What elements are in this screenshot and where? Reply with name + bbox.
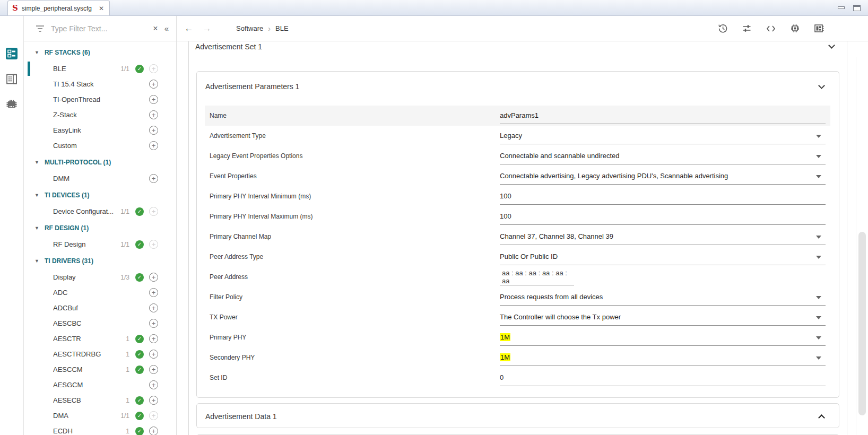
tree-item-ble[interactable]: BLE1/1✓ [24, 61, 176, 76]
tree-item-label: EasyLink [53, 126, 132, 134]
minimize-icon[interactable] [838, 6, 845, 9]
add-instance-icon[interactable] [149, 396, 158, 405]
field-select-primary-phy[interactable]: 1M [500, 329, 826, 346]
tree-item-adcbuf[interactable]: ADCBuf [24, 300, 176, 316]
field-select-primary-channel-map[interactable]: Channel 37, Channel 38, Channel 39 [500, 228, 826, 245]
field-select-filter-policy[interactable]: Process requests from all devices [500, 289, 826, 306]
code-icon[interactable] [766, 24, 776, 33]
back-icon[interactable]: ← [180, 23, 198, 34]
add-instance-icon[interactable] [149, 273, 158, 282]
add-instance-icon[interactable] [149, 174, 158, 183]
board-view-icon[interactable] [5, 72, 19, 86]
add-instance-icon[interactable] [149, 365, 158, 374]
developer-board-icon[interactable] [814, 23, 824, 33]
field-select-event-properties[interactable]: Connectable advertising, Legacy advertis… [500, 168, 826, 185]
tree-item-aesccm[interactable]: AESCCM1✓ [24, 362, 176, 377]
add-instance-icon[interactable] [149, 411, 158, 420]
history-icon[interactable] [718, 23, 728, 33]
collapse-parameters-icon[interactable] [818, 82, 825, 89]
tree-item-display[interactable]: Display1/3✓ [24, 269, 176, 285]
tab-close-icon[interactable]: ✕ [99, 5, 104, 12]
tree-item-label: TI 15.4 Stack [53, 80, 132, 88]
breadcrumb-item-software[interactable]: Software [236, 24, 263, 32]
selected-indicator [28, 62, 30, 76]
tree-item-ti-openthread[interactable]: TI-OpenThread [24, 92, 176, 107]
tree-item-z-stack[interactable]: Z-Stack [24, 107, 176, 123]
software-view-icon-svg [5, 47, 18, 60]
tree-group-header[interactable]: ▼MULTI-PROTOCOL (1) [24, 153, 176, 171]
scrollbar-thumb[interactable] [858, 232, 866, 415]
add-instance-icon[interactable] [149, 207, 158, 216]
check-icon: ✓ [135, 207, 144, 216]
tree-item-aesctr[interactable]: AESCTR1✓ [24, 331, 176, 346]
sysconfig-logo-icon: S [12, 4, 18, 12]
add-instance-icon[interactable] [149, 80, 158, 89]
filter-bar: Type Filter Text... × « [24, 16, 176, 41]
field-select-advertisement-type[interactable]: Legacy [500, 127, 826, 144]
check-icon: ✓ [135, 65, 144, 73]
add-instance-icon[interactable] [149, 427, 158, 435]
add-instance-icon[interactable] [149, 126, 158, 135]
tree-item-aesecb[interactable]: AESECB1✓ [24, 393, 176, 408]
tree-item-ecdh[interactable]: ECDH1✓ [24, 423, 176, 435]
software-view-icon[interactable] [5, 47, 19, 60]
form-row: Legacy Event Properties OptionsConnectab… [210, 146, 826, 166]
tree-group-header[interactable]: ▼TI DEVICES (1) [24, 186, 176, 204]
field-select-tx-power[interactable]: The Controller will choose the Tx power [500, 309, 826, 326]
filter-input[interactable]: Type Filter Text... [51, 24, 146, 33]
tree-group-header[interactable]: ▼RF DESIGN (1) [24, 219, 176, 237]
field-label: Peer Address Type [210, 247, 500, 267]
add-instance-icon[interactable] [149, 334, 158, 343]
chip-icon[interactable] [790, 23, 800, 33]
tree-item-device-configurat-[interactable]: Device Configurat...1/1✓ [24, 204, 176, 219]
add-instance-icon[interactable] [149, 288, 158, 297]
add-instance-icon[interactable] [149, 303, 158, 312]
field-input-primary-phy-interval-minimum-ms-[interactable]: 100 [500, 188, 826, 205]
maximize-icon[interactable] [853, 5, 861, 11]
tree-item-label: AESCCM [53, 366, 118, 373]
tree-item-aesctrdrbg[interactable]: AESCTRDRBG1✓ [24, 346, 176, 362]
expand-data-icon[interactable] [818, 414, 825, 421]
tree-item-ti-15-4-stack[interactable]: TI 15.4 Stack [24, 76, 176, 92]
tune-icon[interactable] [742, 23, 752, 33]
tree-item-dma[interactable]: DMA1/1✓ [24, 408, 176, 423]
instance-count: 1/1 [118, 241, 129, 248]
device-view-icon[interactable] [5, 98, 19, 111]
field-input-primary-phy-interval-maximum-ms-[interactable]: 100 [500, 208, 826, 225]
field-input-peer-address[interactable]: aa : aa : aa : aa : aa : aa [500, 268, 574, 285]
tree-item-aesgcm[interactable]: AESGCM [24, 377, 176, 393]
advertisement-data-header[interactable]: Advertisement Data 1 [197, 404, 839, 429]
tree-group-header[interactable]: ▼TI DRIVERS (31) [24, 252, 176, 269]
tree-item-dmm[interactable]: DMM [24, 171, 176, 186]
field-input-name[interactable]: advParams1 [500, 107, 826, 124]
field-select-peer-address-type[interactable]: Public Or Public ID [500, 248, 826, 265]
field-select-legacy-event-properties-options[interactable]: Connectable and scannable undirected [500, 147, 826, 164]
tree-item-adc[interactable]: ADC [24, 285, 176, 300]
add-instance-icon[interactable] [149, 380, 158, 389]
form-row: Peer Addressaa : aa : aa : aa : aa : aa [210, 267, 826, 287]
add-instance-icon[interactable] [149, 110, 158, 119]
tree-item-easylink[interactable]: EasyLink [24, 123, 176, 138]
add-instance-icon[interactable] [149, 64, 158, 73]
parameter-rows: NameadvParams1Advertisement TypeLegacyLe… [197, 101, 839, 388]
tree-item-custom[interactable]: Custom [24, 138, 176, 153]
main-scrollbar[interactable] [856, 57, 868, 435]
add-instance-icon[interactable] [149, 141, 158, 150]
collapse-set-icon[interactable] [828, 42, 835, 49]
advertisement-parameters-header[interactable]: Advertisement Parameters 1 [197, 72, 839, 101]
field-input-set-id[interactable]: 0 [500, 369, 826, 386]
field-select-secondery-phy[interactable]: 1M [500, 349, 826, 366]
add-instance-icon[interactable] [149, 95, 158, 104]
tree-group-header[interactable]: ▼RF STACKS (6) [24, 44, 176, 61]
tree-item-aescbc[interactable]: AESCBC [24, 316, 176, 331]
tree-item-rf-design[interactable]: RF Design1/1✓ [24, 237, 176, 252]
add-instance-icon[interactable] [149, 319, 158, 328]
filter-clear-icon[interactable]: × [153, 24, 158, 33]
tree-item-label: DMM [53, 175, 132, 182]
breadcrumb-item-ble[interactable]: BLE [275, 24, 289, 32]
add-instance-icon[interactable] [149, 240, 158, 249]
editor-tab[interactable]: S simple_peripheral.syscfg ✕ [7, 1, 110, 15]
forward-icon[interactable]: → [198, 23, 216, 34]
add-instance-icon[interactable] [149, 350, 158, 359]
collapse-panel-icon[interactable]: « [164, 24, 169, 32]
